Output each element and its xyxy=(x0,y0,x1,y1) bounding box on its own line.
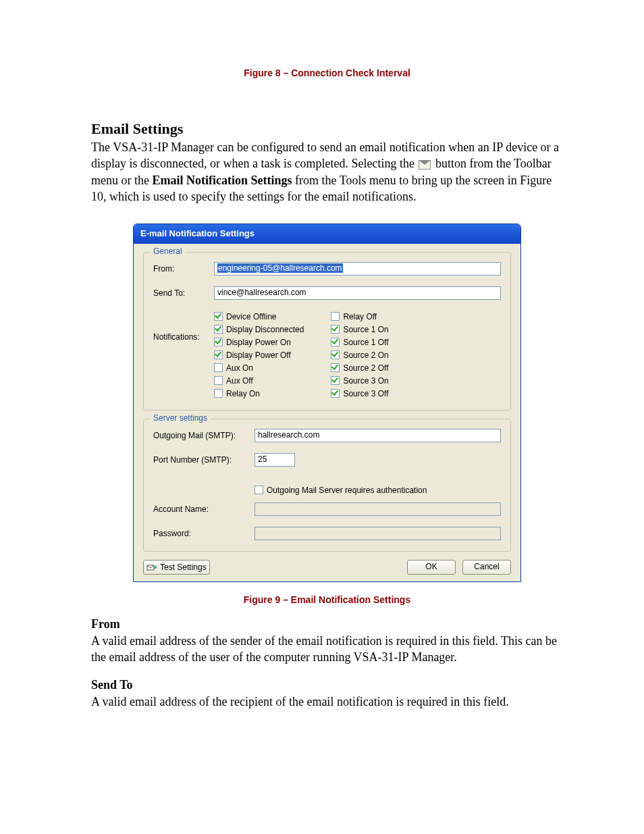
figure-9-caption: Figure 9 – Email Notification Settings xyxy=(91,594,563,605)
notif-col2-label-4: Source 2 Off xyxy=(343,363,388,373)
label-sendto: Send To: xyxy=(153,288,214,298)
cancel-button[interactable]: Cancel xyxy=(462,560,511,575)
notif-col2-label-1: Source 1 On xyxy=(343,325,388,334)
notif-col2-checkbox-3[interactable] xyxy=(331,350,340,359)
notif-col1-label-5: Aux Off xyxy=(226,376,253,386)
input-port[interactable]: 25 xyxy=(254,453,295,467)
notif-col2-row-1: Source 1 On xyxy=(331,323,388,335)
notif-col2-checkbox-2[interactable] xyxy=(331,338,340,346)
figure-8-caption: Figure 8 – Connection Check Interval xyxy=(91,68,563,78)
notif-col1-checkbox-2[interactable] xyxy=(214,338,223,346)
notif-col1-label-1: Display Disconnected xyxy=(226,325,304,334)
input-from-value: engineering-05@hallresearch.com xyxy=(217,263,343,273)
label-port: Port Number (SMTP): xyxy=(153,455,254,465)
mail-icon xyxy=(419,160,431,170)
label-auth: Outgoing Mail Server requires authentica… xyxy=(267,486,427,495)
notif-col1-label-6: Relay On xyxy=(226,389,260,398)
desc-sendto: A valid email address of the recipient o… xyxy=(91,694,563,710)
checkbox-auth[interactable] xyxy=(254,486,263,494)
test-settings-button[interactable]: Test Settings xyxy=(143,560,210,575)
legend-server: Server settings xyxy=(151,413,210,423)
notifications-grid: Device OfflineDisplay DisconnectedDispla… xyxy=(214,311,389,399)
notif-col1-checkbox-0[interactable] xyxy=(214,312,223,321)
notif-col1-row-3: Display Power Off xyxy=(214,349,304,361)
notif-col1-label-0: Device Offline xyxy=(226,312,276,321)
test-settings-label: Test Settings xyxy=(160,563,207,572)
notif-col2-row-6: Source 3 Off xyxy=(331,388,388,399)
notif-col1-row-5: Aux Off xyxy=(214,375,304,386)
notif-col1-label-2: Display Power On xyxy=(226,338,291,347)
notif-col2-row-0: Relay Off xyxy=(331,311,388,322)
groupbox-server: Server settings Outgoing Mail (SMTP): ha… xyxy=(143,419,511,552)
notif-col2-checkbox-0[interactable] xyxy=(331,312,340,321)
notif-col2-row-2: Source 1 Off xyxy=(331,336,388,348)
notif-col1-row-2: Display Power On xyxy=(214,336,304,348)
input-password[interactable] xyxy=(254,527,501,540)
intro-paragraph: The VSA-31-IP Manager can be configured … xyxy=(91,139,563,205)
notif-col1-checkbox-3[interactable] xyxy=(214,350,223,359)
notif-col2-row-3: Source 2 On xyxy=(331,349,388,361)
subhead-from: From xyxy=(91,617,563,631)
notif-col2-row-5: Source 3 On xyxy=(331,375,388,386)
notif-col2-checkbox-6[interactable] xyxy=(331,389,340,398)
label-password: Password: xyxy=(153,529,254,538)
dialog-titlebar: E-mail Notification Settings xyxy=(134,224,520,244)
dialog-button-row: Test Settings OK Cancel xyxy=(143,560,511,575)
subhead-sendto: Send To xyxy=(91,678,563,692)
notif-col2-checkbox-4[interactable] xyxy=(331,363,340,372)
label-account: Account Name: xyxy=(153,504,254,514)
test-settings-icon xyxy=(146,563,157,572)
notif-col2-label-6: Source 3 Off xyxy=(343,389,388,398)
notif-col2-label-5: Source 3 On xyxy=(343,376,388,386)
label-smtp: Outgoing Mail (SMTP): xyxy=(153,431,254,440)
notif-col1-label-4: Aux On xyxy=(226,363,253,373)
legend-general: General xyxy=(151,246,185,256)
input-from[interactable]: engineering-05@hallresearch.com xyxy=(214,262,501,276)
notif-col1-row-4: Aux On xyxy=(214,362,304,373)
section-heading-email-settings: Email Settings xyxy=(91,120,563,138)
notif-col2-label-3: Source 2 On xyxy=(343,350,388,360)
input-smtp[interactable]: hallresearch.com xyxy=(254,429,501,442)
notif-col1-label-3: Display Power Off xyxy=(226,350,291,360)
notif-col2-checkbox-5[interactable] xyxy=(331,376,340,385)
input-account[interactable] xyxy=(254,502,501,516)
notif-col1-row-6: Relay On xyxy=(214,388,304,399)
notif-col2-row-4: Source 2 Off xyxy=(331,362,388,373)
notif-col1-checkbox-5[interactable] xyxy=(214,376,223,385)
notif-col1-checkbox-1[interactable] xyxy=(214,325,223,334)
notif-col1-row-1: Display Disconnected xyxy=(214,323,304,335)
label-notifications: Notifications: xyxy=(153,311,214,342)
notif-col2-checkbox-1[interactable] xyxy=(331,325,340,334)
notif-col1-checkbox-6[interactable] xyxy=(214,389,223,398)
groupbox-general: General From: engineering-05@hallresearc… xyxy=(143,252,511,411)
label-from: From: xyxy=(153,264,214,273)
ok-button[interactable]: OK xyxy=(407,560,456,575)
intro-bold: Email Notification Settings xyxy=(152,174,292,187)
notif-col1-checkbox-4[interactable] xyxy=(214,363,223,372)
notif-col2-label-0: Relay Off xyxy=(343,312,377,321)
desc-from: A valid email address of the sender of t… xyxy=(91,633,563,666)
notif-col2-label-2: Source 1 Off xyxy=(343,338,388,347)
email-settings-dialog: E-mail Notification Settings General Fro… xyxy=(133,224,521,582)
notif-col1-row-0: Device Offline xyxy=(214,311,304,322)
input-sendto[interactable]: vince@hallresearch.com xyxy=(214,286,501,300)
